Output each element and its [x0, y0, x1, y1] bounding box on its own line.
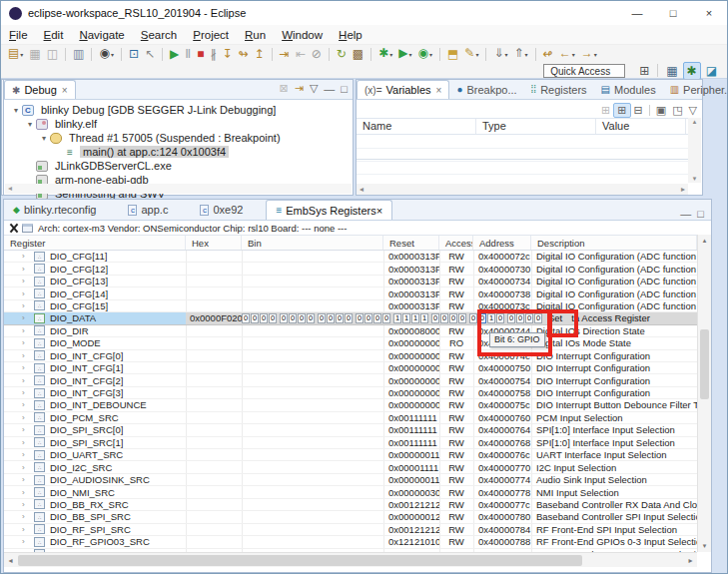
- hscroll-thumb[interactable]: [18, 555, 582, 566]
- register-table-vscrollbar[interactable]: ▴ ▾: [697, 235, 711, 552]
- bin-cell[interactable]: [242, 449, 383, 460]
- bin-cell[interactable]: [242, 251, 383, 262]
- step-return-icon[interactable]: ↥: [252, 46, 268, 62]
- scroll-right-icon[interactable]: ▸: [681, 185, 685, 194]
- expander-icon[interactable]: ›: [22, 488, 34, 497]
- hex-cell[interactable]: [186, 499, 242, 510]
- debug-icon[interactable]: ✱▾: [375, 45, 395, 63]
- expander-icon[interactable]: ›: [22, 400, 34, 409]
- hex-cell[interactable]: [186, 511, 242, 522]
- register-row-dio_int_cfg[3][interactable]: ›∴DIO_INT_CFG[3]0x00000000RW0x40000758DI…: [4, 387, 697, 399]
- register-name-cell[interactable]: ›∴DIO_INT_CFG[2]: [4, 374, 186, 385]
- hex-cell[interactable]: [186, 461, 242, 472]
- column-header-register[interactable]: Register: [4, 236, 186, 250]
- tab-blinky-rteconfig[interactable]: ◆blinky.rteconfig: [4, 200, 105, 220]
- bit-cell-12[interactable]: 1: [420, 313, 428, 323]
- bin-cell[interactable]: [242, 499, 383, 510]
- bin-cell[interactable]: [242, 387, 383, 398]
- register-row-dio_pcm_src[interactable]: ›∴DIO_PCM_SRC0x00111111RW0x40000760PCM I…: [4, 412, 697, 424]
- register-row-dio_i2c_src[interactable]: ›∴DIO_I2C_SRC0x00001111RW0x40000770I2C I…: [4, 461, 697, 473]
- register-row-dio_mode[interactable]: ›∴DIO_MODE0x00000000RO0x40000748Digital …: [4, 337, 697, 349]
- refresh-icon[interactable]: ↻: [334, 46, 350, 62]
- cpp-perspective-icon[interactable]: ◪: [703, 63, 720, 79]
- disconnect-icon[interactable]: ∦: [207, 46, 219, 62]
- bit-cell-29[interactable]: 0: [260, 313, 268, 323]
- collapse-all-icon[interactable]: ⊟: [631, 104, 646, 117]
- register-name-cell[interactable]: ›∴DIO_SPI_SRC[1]: [4, 437, 186, 448]
- drop-to-frame-icon[interactable]: ⇤: [293, 46, 309, 62]
- debug-tree-item[interactable]: JLinkGDBServerCL.exe: [4, 159, 353, 173]
- new-wizard-icon[interactable]: ▤▾: [5, 45, 26, 63]
- debug-tree-item[interactable]: ▾blinky.elf: [4, 117, 353, 131]
- expander-icon[interactable]: ›: [22, 265, 34, 274]
- column-header-bin[interactable]: Bin: [242, 236, 383, 250]
- bit-cell-18[interactable]: 0: [364, 313, 372, 323]
- show-logical-structure-icon[interactable]: ⊞: [613, 103, 630, 118]
- close-button[interactable]: ×: [691, 1, 727, 25]
- register-name-cell[interactable]: ›∴DIO_UART_SRC: [4, 449, 186, 460]
- expander-icon[interactable]: ›: [22, 301, 34, 310]
- instruction-step-mode-icon[interactable]: ⇥: [292, 82, 307, 95]
- tab-variables[interactable]: (x)=Variables×: [357, 80, 449, 99]
- hex-cell[interactable]: [186, 486, 242, 497]
- register-row-dio_data[interactable]: ›∴DIO_DATA0x0000F02000000000000000001111…: [4, 312, 697, 324]
- bin-cell[interactable]: [242, 300, 383, 311]
- menu-search[interactable]: Search: [133, 29, 185, 41]
- view-menu-icon[interactable]: ▽: [686, 104, 700, 117]
- bit-cell-22[interactable]: 0: [327, 313, 335, 323]
- column-header-access[interactable]: Access: [439, 236, 473, 250]
- register-name-cell[interactable]: ›∴DIO_CFG[11]: [4, 251, 186, 262]
- bin-cell[interactable]: [242, 374, 383, 385]
- expander-icon[interactable]: ›: [22, 425, 34, 434]
- terminate-icon[interactable]: ■: [194, 46, 207, 62]
- expander-icon[interactable]: ›: [22, 277, 34, 286]
- maximize-icon[interactable]: □: [338, 83, 351, 95]
- expander-icon[interactable]: ›: [22, 376, 34, 385]
- vscroll-thumb[interactable]: [700, 329, 709, 399]
- scroll-left-icon[interactable]: ◂: [4, 556, 17, 565]
- expander-icon[interactable]: ›: [22, 363, 34, 372]
- select-pointer-icon[interactable]: ↖: [142, 46, 158, 62]
- bit-cell-7[interactable]: 0: [469, 313, 477, 323]
- quick-access-box[interactable]: Quick Access: [543, 64, 625, 78]
- bin-cell[interactable]: [242, 424, 383, 435]
- tab-breakpoints[interactable]: ●Breakpo...: [449, 80, 523, 99]
- save-all-icon[interactable]: ◫: [44, 46, 61, 62]
- hex-cell[interactable]: [186, 374, 242, 385]
- column-header-address[interactable]: Address: [473, 236, 531, 250]
- expander-icon[interactable]: ›: [22, 438, 34, 447]
- register-row-dio_uart_src[interactable]: ›∴DIO_UART_SRC0x00000011RW0x4000076cUART…: [4, 449, 697, 461]
- register-name-cell[interactable]: ›∴DIO_CFG[13]: [4, 276, 186, 287]
- hex-cell[interactable]: [186, 362, 242, 373]
- bit-cell-28[interactable]: 0: [269, 313, 277, 323]
- expander-icon[interactable]: ›: [22, 512, 34, 521]
- maximize-button[interactable]: □: [655, 1, 691, 25]
- bit-cell-26[interactable]: 0: [289, 313, 297, 323]
- register-name-cell[interactable]: ›∴DIO_RF_SPI_SRC: [4, 524, 186, 535]
- expander-open-icon[interactable]: ▾: [38, 134, 50, 143]
- open-folder-icon[interactable]: ⬒: [444, 46, 461, 62]
- bit-cell-25[interactable]: 0: [298, 313, 306, 323]
- bin-cell[interactable]: [242, 362, 383, 373]
- variables-detail-pane[interactable]: [357, 159, 688, 183]
- bit-cell-10[interactable]: 0: [440, 313, 448, 323]
- register-name-cell[interactable]: ›∴DIO_MODE: [4, 337, 186, 348]
- tab-0xe92[interactable]: c0xe92: [191, 200, 252, 220]
- register-row-dio_dir[interactable]: ›∴DIO_DIR0x00008000RW0x40000744Digital I…: [4, 325, 697, 337]
- scroll-left-icon[interactable]: ◂: [360, 185, 364, 194]
- debug-tree-item[interactable]: ▾Thread #1 57005 (Suspended : Breakpoint…: [4, 131, 353, 145]
- register-name-cell[interactable]: ›∴DIO_SPI_SRC[0]: [4, 424, 186, 435]
- register-name-cell[interactable]: ›∴DIO_DIR: [4, 325, 186, 336]
- register-row-dio_cfg[12][interactable]: ›∴DIO_CFG[12]0x0000313FRW0x40000730Digit…: [4, 263, 697, 275]
- scroll-right-icon[interactable]: ▸: [684, 556, 697, 565]
- minimize-button[interactable]: —: [619, 1, 655, 25]
- debug-hscrollbar[interactable]: ◂: [5, 184, 352, 194]
- view-menu-icon[interactable]: ▽: [307, 82, 321, 95]
- register-row-dio_int_cfg[0][interactable]: ›∴DIO_INT_CFG[0]0x00000000RW0x4000074cDI…: [4, 350, 697, 362]
- register-name-cell[interactable]: ›∴DIO_NMI_SRC: [4, 486, 186, 497]
- expander-icon[interactable]: ›: [22, 313, 34, 322]
- menu-edit[interactable]: Edit: [36, 29, 72, 41]
- menu-run[interactable]: Run: [237, 29, 274, 41]
- bin-cell[interactable]: [242, 287, 383, 298]
- save-icon[interactable]: ▦: [26, 46, 43, 62]
